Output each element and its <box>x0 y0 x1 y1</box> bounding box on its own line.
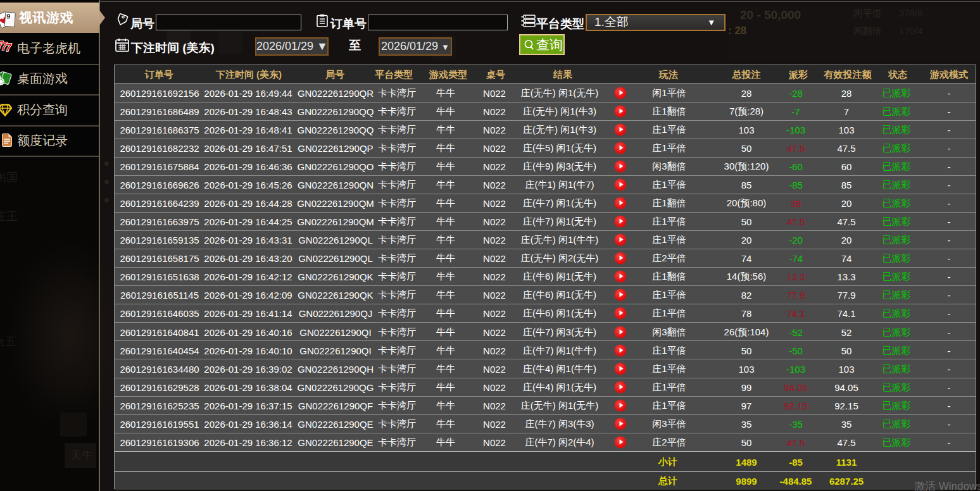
svg-text:7: 7 <box>4 41 13 53</box>
svg-text:9: 9 <box>6 12 11 20</box>
